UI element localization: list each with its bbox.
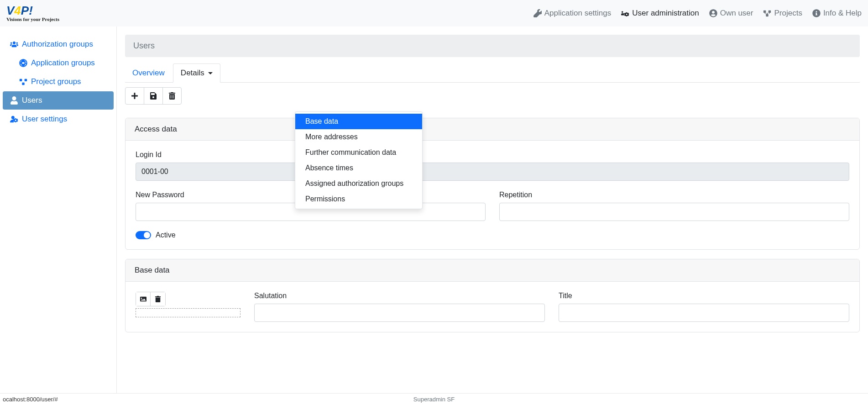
nav-label: User administration — [632, 9, 699, 18]
status-url: ocalhost:8000/user/# — [3, 396, 58, 403]
sidebar: Authorization groups Application groups … — [0, 26, 117, 393]
user-cog-icon — [10, 115, 18, 123]
users-cog-icon — [621, 9, 629, 17]
sidebar-item-users[interactable]: Users — [3, 91, 114, 110]
card-header: Access data — [125, 118, 859, 141]
users-icon — [10, 40, 18, 48]
tabs: Overview Details — [125, 63, 860, 83]
content-scroll[interactable]: Access data Login Id New Password — [125, 118, 868, 393]
sidebar-item-label: Project groups — [31, 77, 81, 86]
base-data-card: Base data — [125, 259, 860, 332]
access-data-card: Access data Login Id New Password — [125, 118, 860, 250]
sidebar-item-label: User settings — [22, 115, 67, 124]
sidebar-item-label: Authorization groups — [22, 40, 93, 49]
trash-icon — [154, 295, 162, 303]
nav-label: Projects — [774, 9, 802, 18]
image-toolbar — [136, 292, 166, 306]
tab-details[interactable]: Details — [173, 63, 220, 83]
save-icon — [149, 92, 157, 100]
tab-overview[interactable]: Overview — [125, 64, 172, 82]
page-title: Users — [125, 35, 860, 57]
nav-projects[interactable]: Projects — [763, 9, 802, 18]
top-nav: Application settings User administration… — [533, 9, 862, 18]
card-header: Base data — [125, 259, 859, 282]
save-button[interactable] — [144, 87, 163, 105]
user-icon — [10, 96, 18, 105]
title-input[interactable] — [559, 304, 849, 322]
sidebar-item-application-groups[interactable]: Application groups — [3, 54, 114, 72]
dropdown-item-more-addresses[interactable]: More addresses — [295, 129, 422, 145]
nav-label: Info & Help — [823, 9, 862, 18]
title-label: Title — [559, 292, 849, 300]
tab-details-label: Details — [181, 68, 204, 78]
status-user: Superadmin SF — [413, 396, 455, 403]
user-circle-icon — [709, 9, 717, 17]
nav-label: Application settings — [544, 9, 611, 18]
info-circle-icon — [812, 9, 821, 17]
repetition-input[interactable] — [499, 203, 849, 221]
salutation-label: Salutation — [254, 292, 545, 300]
chevron-down-icon — [208, 72, 213, 74]
active-toggle[interactable] — [136, 231, 151, 239]
globe-icon — [19, 59, 27, 67]
nav-own-user[interactable]: Own user — [709, 9, 753, 18]
nav-user-administration[interactable]: User administration — [621, 9, 699, 18]
nav-application-settings[interactable]: Application settings — [533, 9, 611, 18]
upload-image-button[interactable] — [136, 292, 151, 306]
plus-icon — [131, 92, 139, 100]
sidebar-item-user-settings[interactable]: User settings — [3, 110, 114, 128]
dropdown-item-base-data[interactable]: Base data — [295, 114, 422, 129]
details-dropdown-menu: Base data More addresses Further communi… — [295, 111, 423, 209]
dropdown-item-absence-times[interactable]: Absence times — [295, 160, 422, 176]
login-id-label: Login Id — [136, 151, 849, 159]
delete-image-button[interactable] — [151, 292, 165, 306]
topbar: V4P! Visions for your Projects Applicati… — [0, 0, 868, 26]
avatar-upload-zone[interactable] — [136, 308, 241, 317]
sidebar-item-project-groups[interactable]: Project groups — [3, 73, 114, 91]
image-icon — [139, 295, 147, 303]
logo-tagline: Visions for your Projects — [6, 16, 59, 22]
salutation-input[interactable] — [254, 304, 545, 322]
dropdown-item-permissions[interactable]: Permissions — [295, 191, 422, 207]
dropdown-item-further-communication[interactable]: Further communication data — [295, 145, 422, 160]
status-bar: ocalhost:8000/user/# Superadmin SF — [0, 393, 868, 405]
wrench-icon — [533, 9, 542, 17]
nav-info-help[interactable]: Info & Help — [812, 9, 862, 18]
active-label: Active — [156, 231, 176, 239]
main-content: Users Overview Details Base data More ad… — [117, 26, 868, 393]
nav-label: Own user — [720, 9, 753, 18]
sidebar-item-label: Application groups — [31, 58, 95, 68]
repetition-label: Repetition — [499, 191, 849, 199]
sidebar-item-label: Users — [22, 96, 42, 105]
delete-button[interactable] — [162, 87, 182, 105]
record-toolbar — [125, 87, 860, 105]
dropdown-item-assigned-auth-groups[interactable]: Assigned authorization groups — [295, 176, 422, 191]
project-diagram-icon — [19, 78, 27, 86]
sidebar-item-authorization-groups[interactable]: Authorization groups — [3, 35, 114, 53]
add-button[interactable] — [125, 87, 144, 105]
logo[interactable]: V4P! Visions for your Projects — [6, 5, 59, 22]
project-diagram-icon — [763, 9, 771, 17]
login-id-input — [136, 163, 849, 181]
trash-icon — [168, 92, 176, 100]
